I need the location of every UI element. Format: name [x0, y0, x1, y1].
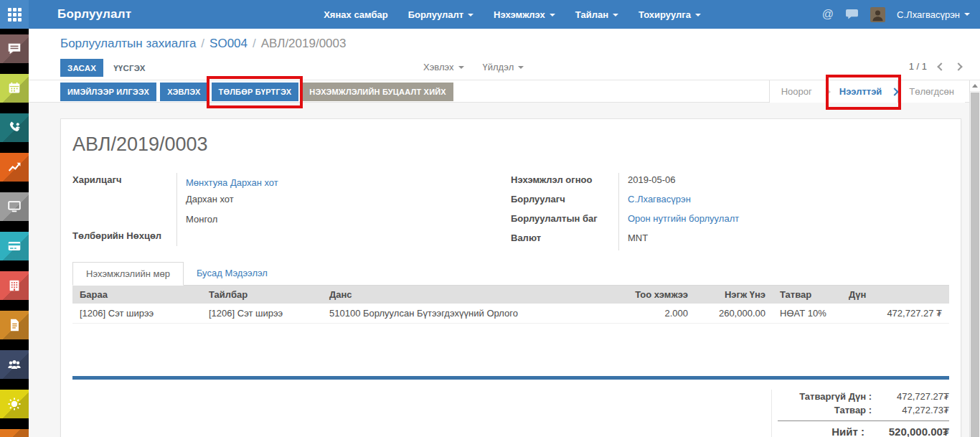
total-amount-label: Нийт : — [778, 426, 870, 437]
invoice-sheet: АВЛ/2019/0003 Харилцагч Мөнхтуяа Дархан … — [60, 118, 961, 437]
vertical-scrollbar[interactable] — [969, 80, 980, 437]
salesperson-link[interactable]: С.Лхагвасүрэн — [628, 194, 691, 205]
chevron-down-icon — [613, 14, 618, 17]
breadcrumb-sale-orders[interactable]: Борлуулалтын захиалга — [60, 37, 196, 50]
app-title[interactable]: Борлуулалт — [57, 7, 131, 22]
cell-amount: 472,727.27 ₮ — [842, 304, 949, 324]
partial-app-icon[interactable] — [0, 429, 29, 437]
invoice-number-title: АВЛ/2019/0003 — [72, 133, 949, 156]
tax-amount-label: Татвар : — [778, 405, 877, 415]
credit-card-icon[interactable] — [0, 232, 29, 260]
partner-city: Дархан хот — [186, 191, 511, 207]
invoice-date-label: Нэхэмжлэл огноо — [511, 173, 618, 192]
menu-reports[interactable]: Тайлан — [575, 9, 618, 20]
menu-dashboard[interactable]: Хянах самбар — [324, 9, 387, 20]
scroll-up-button[interactable] — [970, 80, 980, 92]
col-amount: Дүн — [842, 286, 949, 304]
table-header-row: Бараа Тайлбар Данс Тоо хэмжээ Нэгж Үнэ Т… — [72, 286, 949, 304]
action-dropdown[interactable]: Үйлдэл — [483, 62, 524, 72]
tab-other-info[interactable]: Бусад Мэдээлэл — [184, 262, 281, 285]
breadcrumb-current: АВЛ/2019/0003 — [261, 37, 347, 50]
cell-product: [1206] Сэт ширээ — [72, 304, 202, 324]
section-divider — [72, 376, 949, 380]
sales-team-label: Борлуулалтын баг — [511, 212, 618, 231]
create-button[interactable]: ҮҮСГЭХ — [113, 64, 145, 72]
totals-block: Татваргүй Дүн : 472,727.27₮ Татвар : 47,… — [771, 390, 949, 437]
apps-menu-button[interactable] — [0, 0, 29, 29]
totals-divider — [778, 420, 949, 421]
menu-sales[interactable]: Борлуулалт — [408, 9, 473, 20]
untaxed-amount-label: Татваргүй Дүн : — [778, 391, 877, 402]
tax-amount-value: 47,272.73₮ — [877, 405, 949, 415]
chat-bubble-icon[interactable] — [0, 34, 29, 63]
cell-description: [1206] Сэт ширээ — [202, 304, 322, 324]
payment-term-label: Төлбөрийн Нөхцөл — [72, 229, 176, 246]
print-button[interactable]: ХЭВЛЭХ — [160, 83, 207, 101]
chevron-down-icon — [964, 13, 970, 16]
chevron-down-icon — [458, 66, 464, 69]
invoice-date-value: 2019-05-06 — [618, 173, 949, 192]
register-payment-button[interactable]: ТӨЛБӨР БҮРТГЭХ — [212, 83, 299, 101]
sun-settings-icon[interactable] — [0, 390, 29, 418]
credit-note-button[interactable]: НЭХЭМЖЛЭЛИЙН БУЦААЛТ ХИЙХ — [302, 83, 453, 101]
top-navbar: Борлуулалт Хянах самбар Борлуулалт Нэхэм… — [0, 0, 980, 29]
edit-button[interactable]: ЗАСАХ — [60, 59, 103, 77]
pager-count: 1 / 1 — [909, 61, 927, 72]
cell-account: 510100 Борлуулсан Бүтээгдэхүүний Орлого — [322, 304, 572, 324]
col-quantity: Тоо хэмжээ — [572, 286, 695, 304]
scrollbar-thumb[interactable] — [971, 93, 979, 437]
status-open[interactable]: Нээлттэй — [829, 80, 892, 103]
cell-taxes: НӨАТ 10% — [773, 304, 842, 324]
sales-team-link[interactable]: Орон нутгийн борлуулалт — [628, 213, 739, 224]
user-menu[interactable]: С.Лхагвасүрэн — [897, 9, 970, 20]
partner-label: Харилцагч — [72, 173, 176, 229]
messages-chat-icon[interactable] — [845, 9, 859, 20]
notebook-tabs: Нэхэмжлэлийн мөр Бусад Мэдээлэл — [72, 262, 949, 286]
pager-next-icon[interactable] — [954, 62, 962, 70]
line-chart-icon[interactable] — [0, 153, 29, 182]
tab-invoice-lines[interactable]: Нэхэмжлэлийн мөр — [72, 262, 184, 286]
partner-link[interactable]: Мөнхтуяа Дархан хот — [186, 177, 278, 188]
app-switcher-sidebar — [0, 29, 29, 437]
status-paid[interactable]: Төлөгдсөн — [897, 80, 965, 103]
col-description: Тайлбар — [202, 286, 322, 304]
field-group-left: Харилцагч Мөнхтуяа Дархан хот Дархан хот… — [72, 173, 511, 250]
menu-settings[interactable]: Тохируулга — [639, 9, 701, 20]
chevron-down-icon — [468, 14, 473, 17]
navbar-menus: Хянах самбар Борлуулалт Нэхэмжлэх Тайлан… — [324, 9, 701, 20]
phone-contact-icon[interactable] — [0, 113, 29, 142]
navbar-right: @ С.Лхагвасүрэн — [822, 7, 980, 22]
invoice-line-row[interactable]: [1206] Сэт ширээ [1206] Сэт ширээ 510100… — [72, 304, 949, 324]
calendar-icon[interactable] — [0, 74, 29, 103]
status-draft[interactable]: Ноорог — [770, 80, 824, 103]
pager-prev-icon[interactable] — [937, 62, 945, 70]
status-pipeline: Ноорог Нээлттэй Төлөгдсөн — [769, 80, 965, 103]
partner-value: Мөнхтуяа Дархан хот Дархан хот Монгол — [176, 173, 511, 229]
chevron-down-icon — [695, 14, 701, 17]
cell-quantity: 2.000 — [572, 304, 695, 324]
menu-invoicing[interactable]: Нэхэмжлэх — [494, 9, 555, 20]
col-account: Данс — [322, 286, 572, 304]
untaxed-amount-value: 472,727.27₮ — [877, 391, 949, 402]
user-avatar[interactable] — [870, 7, 885, 22]
chevron-down-icon — [550, 14, 555, 17]
monitor-icon[interactable] — [0, 192, 29, 221]
field-group-right: Нэхэмжлэл огноо 2019-05-06 Борлуулагч С.… — [511, 173, 949, 250]
col-taxes: Татвар — [773, 286, 842, 304]
mentions-at-icon[interactable]: @ — [822, 8, 834, 21]
print-dropdown[interactable]: Хэвлэх — [423, 62, 464, 72]
control-panel: Борлуулалтын захиалга/SO004/АВЛ/2019/000… — [29, 29, 980, 80]
invoice-lines-table: Бараа Тайлбар Данс Тоо хэмжээ Нэгж Үнэ Т… — [72, 286, 949, 324]
col-product: Бараа — [72, 286, 202, 304]
cell-unit-price: 260,000.00 — [695, 304, 773, 324]
send-email-button[interactable]: ИМЭЙЛЭЭР ИЛГЭЭХ — [60, 83, 156, 101]
document-page-icon[interactable] — [0, 311, 29, 339]
building-icon[interactable] — [0, 271, 29, 300]
col-unit-price: Нэгж Үнэ — [695, 286, 773, 304]
action-bar: ИМЭЙЛЭЭР ИЛГЭЭХ ХЭВЛЭХ ТӨЛБӨР БҮРТГЭХ НЭ… — [29, 80, 969, 103]
partner-country: Монгол — [186, 211, 511, 227]
salesperson-label: Борлуулагч — [511, 192, 618, 212]
breadcrumb-order[interactable]: SO004 — [209, 37, 248, 50]
people-group-icon[interactable] — [0, 350, 29, 379]
chevron-right-icon — [891, 88, 899, 95]
